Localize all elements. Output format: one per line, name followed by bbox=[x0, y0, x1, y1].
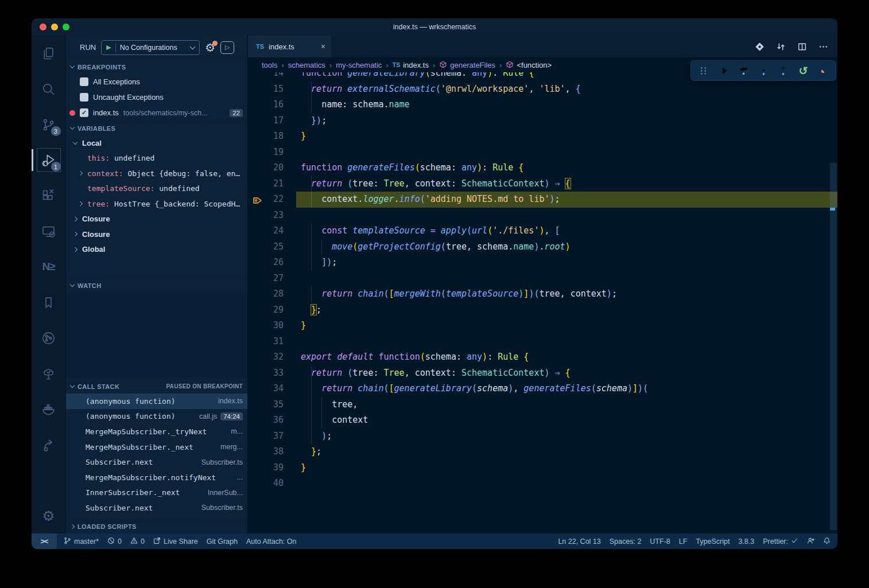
variable-row[interactable]: this: undefined bbox=[66, 151, 247, 166]
status-item-bell[interactable] bbox=[823, 537, 831, 546]
line-number[interactable]: 19 bbox=[248, 145, 284, 161]
remote-indicator[interactable]: >< bbox=[32, 534, 57, 549]
breakpoint-checkbox[interactable] bbox=[80, 77, 88, 86]
line-number[interactable]: 26 bbox=[248, 255, 284, 271]
line-number[interactable]: 35 bbox=[248, 397, 284, 413]
variable-row[interactable]: tree: HostTree {_backend: ScopedH… bbox=[66, 196, 247, 212]
line-number[interactable]: 29 bbox=[248, 302, 284, 318]
tab-index-ts[interactable]: TS index.ts × bbox=[248, 36, 331, 57]
call-stack-frame[interactable]: (anonymous function)index.ts bbox=[66, 394, 247, 409]
status-item-lf[interactable]: LF bbox=[679, 538, 688, 546]
step-into-icon[interactable] bbox=[756, 63, 771, 78]
breadcrumb-item[interactable]: TSindex.ts bbox=[393, 61, 429, 69]
debug-console-button[interactable]: ▷ bbox=[220, 41, 234, 54]
status-item-spaces-2[interactable]: Spaces: 2 bbox=[610, 538, 642, 546]
activity-bar-item-run-debug[interactable]: 1 bbox=[32, 142, 66, 178]
line-number[interactable]: 36 bbox=[248, 412, 284, 429]
line-number[interactable]: 31 bbox=[248, 334, 284, 350]
continue-icon[interactable] bbox=[716, 63, 731, 78]
activity-bar-item-bookmarks[interactable] bbox=[32, 285, 66, 320]
activity-bar-item-explorer[interactable] bbox=[32, 36, 66, 71]
breakpoint-row[interactable]: Uncaught Exceptions bbox=[66, 89, 247, 105]
variables-scope-closure[interactable]: Closure bbox=[66, 227, 247, 242]
breakpoints-section-header[interactable]: BREAKPOINTS bbox=[66, 59, 247, 74]
more-actions-icon[interactable] bbox=[818, 42, 828, 52]
scrollbar-slider[interactable] bbox=[830, 163, 837, 530]
variables-scope-local[interactable]: Local bbox=[66, 135, 247, 151]
line-number[interactable]: 25 bbox=[248, 239, 284, 255]
call-stack-frame[interactable]: (anonymous function)call.js74:24 bbox=[66, 409, 247, 425]
activity-bar-item-settings[interactable]: ⚙ bbox=[32, 498, 66, 534]
restart-icon[interactable]: ↺ bbox=[796, 63, 811, 78]
line-number[interactable]: 28 bbox=[248, 286, 284, 302]
line-number[interactable]: 30 bbox=[248, 318, 284, 334]
status-item-master[interactable]: master* bbox=[64, 537, 99, 546]
call-stack-section-header[interactable]: CALL STACK PAUSED ON BREAKPOINT bbox=[66, 379, 247, 394]
activity-bar-item-nx-console[interactable]: N≥ bbox=[32, 249, 66, 285]
activity-bar-item-git-graph[interactable] bbox=[32, 320, 66, 356]
paused-breakpoint-icon[interactable] bbox=[253, 195, 262, 211]
variable-row[interactable]: templateSource: undefined bbox=[66, 181, 247, 197]
line-number[interactable]: 34 bbox=[248, 381, 284, 397]
watch-section-header[interactable]: WATCH bbox=[66, 278, 247, 293]
line-number[interactable]: 21 bbox=[248, 176, 284, 192]
call-stack-frame[interactable]: Subscriber.nextSubscriber.ts bbox=[66, 454, 247, 470]
close-tab-icon[interactable]: × bbox=[321, 42, 325, 51]
line-number[interactable]: 27 bbox=[248, 271, 284, 287]
drag-grip-icon[interactable] bbox=[696, 63, 711, 78]
line-number[interactable]: 33 bbox=[248, 365, 284, 381]
line-number[interactable]: 17 bbox=[248, 113, 284, 129]
open-changes-icon[interactable] bbox=[755, 42, 765, 52]
line-number[interactable]: 38 bbox=[248, 444, 284, 460]
line-number[interactable]: 14 bbox=[248, 72, 284, 81]
breakpoint-checkbox[interactable]: ✓ bbox=[80, 108, 88, 117]
activity-bar-item-live-share[interactable] bbox=[32, 427, 66, 462]
line-number[interactable]: 37 bbox=[248, 429, 284, 445]
close-window-button[interactable] bbox=[40, 24, 46, 30]
activity-bar-item-extensions[interactable] bbox=[32, 178, 66, 213]
activity-bar-item-remote-explorer[interactable] bbox=[32, 213, 66, 249]
configure-gear-button[interactable]: ⚙ bbox=[205, 42, 215, 53]
status-item-0[interactable]: 0 bbox=[130, 537, 145, 546]
call-stack-frame[interactable]: MergeMapSubscriber._nextmerg... bbox=[66, 439, 247, 455]
breadcrumb-item[interactable]: <function> bbox=[506, 61, 552, 69]
line-number[interactable]: 20 bbox=[248, 160, 284, 176]
activity-bar-item-todo-tree[interactable] bbox=[32, 356, 66, 391]
step-over-icon[interactable] bbox=[736, 63, 751, 78]
line-number[interactable]: 15 bbox=[248, 81, 284, 98]
call-stack-frame[interactable]: InnerSubscriber._nextInnerSub... bbox=[66, 485, 247, 501]
activity-bar-item-search[interactable] bbox=[32, 71, 66, 107]
breadcrumb-item[interactable]: generateFiles bbox=[439, 61, 495, 69]
status-item-utf-8[interactable]: UTF-8 bbox=[650, 538, 670, 546]
variables-section-header[interactable]: VARIABLES bbox=[66, 120, 247, 135]
call-stack-frame[interactable]: Subscriber.nextSubscriber.ts bbox=[66, 500, 247, 516]
breakpoint-checkbox[interactable] bbox=[80, 93, 88, 102]
call-stack-frame[interactable]: MergeMapSubscriber._tryNextm... bbox=[66, 424, 247, 439]
code-editor[interactable]: 14function generateLibrary(schema: any):… bbox=[248, 72, 837, 534]
variables-scope-closure[interactable]: Closure bbox=[66, 212, 247, 227]
line-number[interactable]: 16 bbox=[248, 97, 284, 113]
breadcrumb-item[interactable]: schematics bbox=[288, 61, 325, 69]
status-item-prettier[interactable]: Prettier: bbox=[763, 537, 798, 546]
activity-bar-item-source-control[interactable]: 3 bbox=[32, 107, 66, 142]
minimize-window-button[interactable] bbox=[51, 24, 58, 30]
launch-config-dropdown[interactable]: ▶ No Configurations bbox=[101, 40, 200, 55]
status-item-3-8-3[interactable]: 3.8.3 bbox=[738, 538, 754, 546]
step-out-icon[interactable] bbox=[776, 63, 791, 78]
status-item-live-share[interactable]: Live Share bbox=[153, 537, 198, 546]
breakpoint-row[interactable]: All Exceptions bbox=[66, 74, 247, 89]
variables-scope-global[interactable]: Global bbox=[66, 242, 247, 258]
variable-row[interactable]: context: Object {debug: false, en… bbox=[66, 166, 247, 181]
activity-bar-item-docker[interactable] bbox=[32, 391, 66, 427]
status-item-git-graph[interactable]: Git Graph bbox=[207, 538, 238, 546]
line-number[interactable]: 24 bbox=[248, 223, 284, 239]
status-item-0[interactable]: 0 bbox=[107, 537, 122, 546]
status-item-typescript[interactable]: TypeScript bbox=[696, 538, 730, 546]
line-number[interactable]: 18 bbox=[248, 128, 284, 145]
compare-changes-icon[interactable] bbox=[776, 42, 786, 52]
status-item-feedback[interactable] bbox=[807, 537, 814, 546]
call-stack-frame[interactable]: MergeMapSubscriber.notifyNext... bbox=[66, 470, 247, 485]
disconnect-icon[interactable] bbox=[816, 63, 831, 78]
split-editor-icon[interactable] bbox=[797, 42, 807, 52]
line-number[interactable]: 39 bbox=[248, 460, 284, 476]
